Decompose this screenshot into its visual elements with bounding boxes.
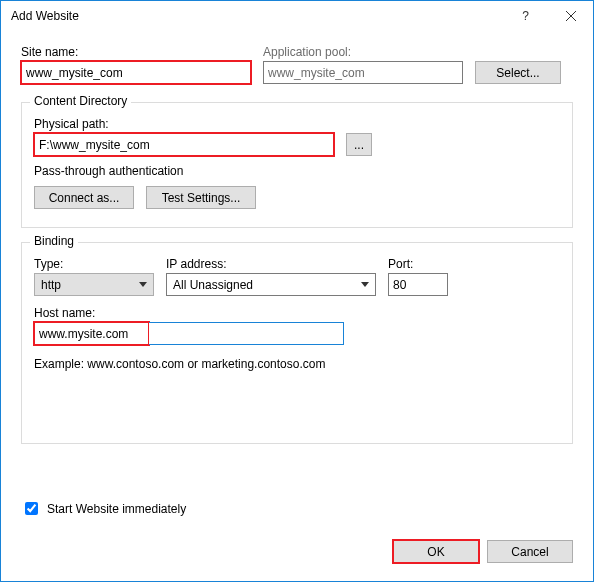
app-pool-label: Application pool: — [263, 45, 463, 59]
physical-path-label: Physical path: — [34, 117, 109, 131]
physical-path-input[interactable] — [34, 133, 334, 156]
browse-path-button[interactable]: ... — [346, 133, 372, 156]
site-name-input[interactable] — [21, 61, 251, 84]
type-label: Type: — [34, 257, 154, 271]
test-settings-button[interactable]: Test Settings... — [146, 186, 256, 209]
help-icon: ? — [522, 9, 529, 23]
binding-legend: Binding — [30, 234, 78, 248]
ellipsis-icon: ... — [354, 138, 364, 152]
dialog-body: Site name: Application pool: Select... C… — [1, 31, 593, 528]
start-immediately-checkbox[interactable] — [25, 502, 38, 515]
start-immediately-label: Start Website immediately — [47, 502, 186, 516]
port-label: Port: — [388, 257, 448, 271]
ip-label: IP address: — [166, 257, 376, 271]
window-title: Add Website — [11, 9, 503, 23]
app-pool-input — [263, 61, 463, 84]
host-example: Example: www.contoso.com or marketing.co… — [34, 357, 560, 371]
binding-group: Binding Type: http IP address: All Unass… — [21, 242, 573, 444]
site-name-label: Site name: — [21, 45, 251, 59]
type-value: http — [41, 278, 61, 292]
dialog-footer: OK Cancel — [1, 528, 593, 581]
passthrough-label: Pass-through authentication — [34, 164, 560, 178]
title-bar: Add Website ? — [1, 1, 593, 31]
ip-select[interactable]: All Unassigned — [166, 273, 376, 296]
connect-as-button[interactable]: Connect as... — [34, 186, 134, 209]
host-name-label: Host name: — [34, 306, 560, 320]
content-directory-legend: Content Directory — [30, 94, 131, 108]
host-name-input[interactable] — [149, 322, 344, 345]
chevron-down-icon — [361, 282, 369, 287]
type-select[interactable]: http — [34, 273, 154, 296]
host-name-prefix — [34, 322, 149, 345]
port-input[interactable] — [388, 273, 448, 296]
content-directory-group: Content Directory Physical path: ... Pas… — [21, 102, 573, 228]
cancel-button[interactable]: Cancel — [487, 540, 573, 563]
close-button[interactable] — [548, 1, 593, 31]
ip-value: All Unassigned — [173, 278, 253, 292]
close-icon — [566, 11, 576, 21]
dialog-add-website: Add Website ? Site name: Application poo… — [0, 0, 594, 582]
select-app-pool-button[interactable]: Select... — [475, 61, 561, 84]
chevron-down-icon — [139, 282, 147, 287]
help-button[interactable]: ? — [503, 1, 548, 31]
ok-button[interactable]: OK — [393, 540, 479, 563]
